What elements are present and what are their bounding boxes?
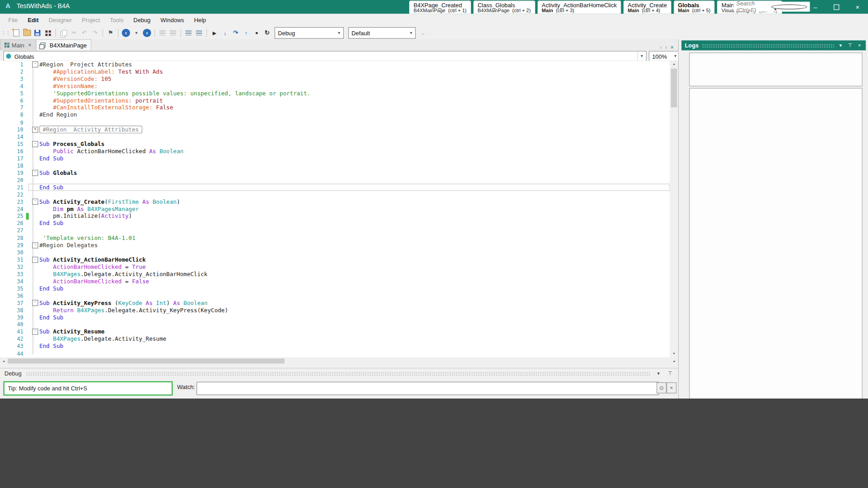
build-config-select[interactable]: Default ▾ (348, 27, 415, 39)
line-number[interactable]: 32 (0, 264, 26, 270)
toolbar-grip[interactable]: ⋮⋮ (1, 30, 10, 36)
zoom-select[interactable]: 100% ▾ (649, 51, 679, 61)
code-line[interactable]: 41-Sub Activity_Resume (0, 328, 670, 336)
code-text[interactable]: #CanInstallToExternalStorage: False (39, 104, 670, 112)
line-number[interactable]: 24 (0, 206, 26, 212)
code-text[interactable]: End Sub (39, 184, 670, 191)
code-text[interactable]: ActionBarHomeClicked = True (39, 263, 670, 271)
line-number[interactable]: 33 (0, 271, 26, 277)
line-number[interactable]: 10 (0, 127, 26, 132)
menu-item-help[interactable]: Help (189, 17, 211, 23)
code-line[interactable]: 20 (0, 177, 670, 184)
code-text[interactable]: Sub Activity_Resume (39, 328, 670, 336)
collapse-icon[interactable]: - (32, 300, 38, 306)
collapse-icon[interactable]: - (32, 242, 38, 248)
code-line[interactable]: 5 'SupportedOrientations possible values… (0, 90, 670, 97)
line-number[interactable]: 35 (0, 286, 26, 291)
quick-tab[interactable]: Class_GlobalsB4XMainPage (ctrl + 2) (473, 0, 535, 14)
fold-column[interactable]: - (31, 300, 39, 306)
code-line[interactable]: 17End Sub (0, 155, 670, 162)
line-number[interactable]: 31 (0, 257, 26, 263)
code-text[interactable]: #VersionCode: 105 (39, 75, 670, 83)
fold-column[interactable]: + (31, 127, 39, 132)
code-text[interactable]: End Sub (39, 220, 670, 227)
line-number[interactable]: 43 (0, 343, 26, 349)
doc-tab-b4xmainpage[interactable]: B4XMainPage (36, 39, 91, 50)
code-line[interactable]: 43End Sub (0, 343, 670, 350)
line-number[interactable]: 8 (0, 112, 26, 118)
line-number[interactable]: 29 (0, 242, 26, 248)
line-number[interactable]: 9 (0, 119, 26, 125)
code-line[interactable]: 26End Sub (0, 220, 670, 227)
line-number[interactable]: 25 (0, 213, 26, 219)
toolbar-overflow-icon[interactable]: ⌄ (419, 28, 428, 38)
code-line[interactable]: 2 #ApplicationLabel: Test With Ads (0, 68, 670, 75)
code-text[interactable]: Sub Activity_KeyPress (KeyCode As Int) A… (39, 300, 670, 307)
watch-report-button[interactable]: ⎙ (656, 382, 666, 393)
code-line[interactable]: 32 ActionBarHomeClicked = True (0, 263, 670, 271)
line-number[interactable]: 40 (0, 322, 26, 328)
logs-filter-box[interactable] (689, 52, 862, 86)
code-line[interactable]: 36 (0, 292, 670, 300)
modules-manager-icon[interactable] (43, 28, 53, 38)
code-line[interactable]: 37-Sub Activity_KeyPress (KeyCode As Int… (0, 300, 670, 307)
outdent-icon[interactable] (168, 28, 178, 38)
collapse-icon[interactable]: - (32, 61, 38, 67)
code-line[interactable]: 8#End Region (0, 112, 670, 119)
close-button[interactable]: × (847, 0, 868, 14)
step-out-icon[interactable]: ↑ (241, 28, 251, 38)
line-number[interactable]: 22 (0, 192, 26, 197)
bookmark-icon[interactable]: ⚑ (106, 28, 115, 38)
menu-item-windows[interactable]: Windows (156, 17, 189, 23)
menu-item-file[interactable]: File (3, 17, 23, 23)
vertical-scrollbar[interactable]: ▲ ▼ (670, 61, 678, 357)
expand-icon[interactable]: + (32, 127, 38, 132)
code-text[interactable]: B4XPages.Delegate.Activity_Resume (39, 336, 670, 343)
code-text[interactable]: Sub Activity_Create(FirstTime As Boolean… (39, 198, 670, 206)
code-line[interactable]: 23-Sub Activity_Create(FirstTime As Bool… (0, 198, 670, 206)
code-line[interactable]: 9 (0, 119, 670, 126)
code-line[interactable]: 15-Sub Process_Globals (0, 141, 670, 148)
code-line[interactable]: 30 (0, 249, 670, 256)
line-number[interactable]: 16 (0, 148, 26, 154)
line-number[interactable]: 6 (0, 98, 26, 103)
code-line[interactable]: 24 Dim pm As B4XPagesManager (0, 206, 670, 213)
code-text[interactable]: End Sub (39, 155, 670, 162)
code-text[interactable]: #Region Activity Attributes (39, 126, 670, 133)
quick-tab[interactable]: GlobalsMain (ctrl + 5) (674, 0, 715, 14)
fold-column[interactable]: - (31, 329, 39, 335)
fold-column[interactable]: - (31, 257, 39, 263)
fold-column[interactable]: - (31, 199, 39, 205)
menu-item-project[interactable]: Project (77, 17, 105, 23)
line-number[interactable]: 7 (0, 105, 26, 111)
menu-item-tools[interactable]: Tools (105, 17, 128, 23)
code-line[interactable]: 18 (0, 162, 670, 169)
cut-icon[interactable]: ✂ (69, 28, 79, 38)
quick-tab[interactable]: Activity_CreateMain (ctrl + 4) (623, 0, 671, 14)
code-line[interactable]: 44 (0, 350, 670, 357)
line-number[interactable]: 39 (0, 314, 26, 320)
quick-tab[interactable]: Activity_ActionBarHomeClickMain (ctrl + … (538, 0, 621, 14)
code-line[interactable]: 29-#Region Delegates (0, 242, 670, 249)
collapse-icon[interactable]: - (32, 170, 38, 176)
code-text[interactable]: Public ActionBarHomeClicked As Boolean (39, 148, 670, 155)
collapse-icon[interactable]: - (32, 257, 38, 263)
panel-pin-icon[interactable]: ⊤ (666, 371, 674, 376)
code-line[interactable]: 38 Return B4XPages.Delegate.Activity_Key… (0, 307, 670, 314)
code-text[interactable]: #Region Project Attributes (39, 61, 670, 68)
tab-scroll-right-icon[interactable]: › (665, 44, 667, 50)
redo-icon[interactable]: ↷ (90, 28, 100, 38)
code-line[interactable]: 25 pm.Initialize(Activity) (0, 213, 670, 220)
scrollbar-thumb[interactable] (8, 358, 284, 363)
code-text[interactable]: #End Region (39, 112, 670, 119)
code-line[interactable]: 22 (0, 191, 670, 198)
code-line[interactable]: 40 (0, 321, 670, 328)
code-text[interactable]: 'SupportedOrientations possible values: … (39, 90, 670, 97)
fold-column[interactable]: - (31, 141, 39, 147)
code-line[interactable]: 10+#Region Activity Attributes (0, 126, 670, 133)
line-number[interactable]: 27 (0, 228, 26, 234)
undo-icon[interactable]: ↶ (80, 28, 89, 38)
line-number[interactable]: 5 (0, 90, 26, 96)
line-number[interactable]: 23 (0, 199, 26, 205)
line-number[interactable]: 41 (0, 329, 26, 335)
